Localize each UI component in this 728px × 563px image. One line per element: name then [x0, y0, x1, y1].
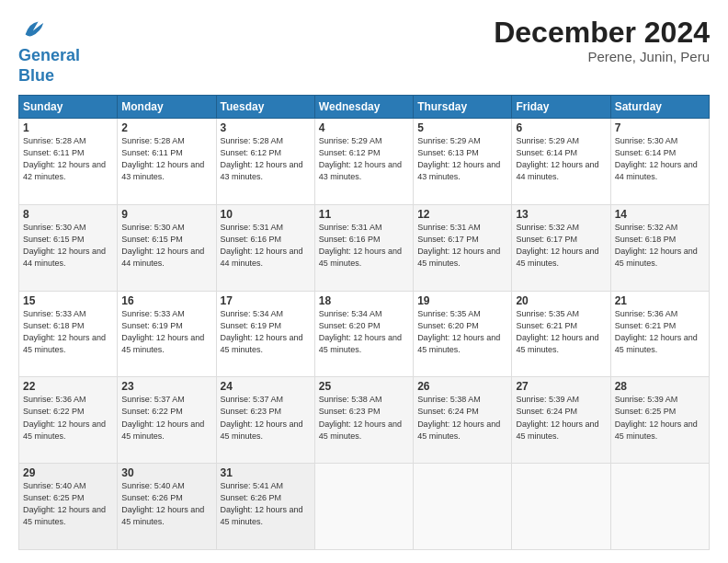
calendar-cell: 18 Sunrise: 5:34 AM Sunset: 6:20 PM Dayl…: [314, 291, 413, 377]
day-info: Sunrise: 5:30 AM Sunset: 6:15 PM Dayligh…: [23, 222, 113, 270]
calendar-cell: [610, 464, 709, 550]
day-info: Sunrise: 5:32 AM Sunset: 6:17 PM Dayligh…: [516, 222, 606, 270]
calendar-header-row: SundayMondayTuesdayWednesdayThursdayFrid…: [19, 96, 710, 119]
calendar-cell: 6 Sunrise: 5:29 AM Sunset: 6:14 PM Dayli…: [512, 119, 610, 205]
day-number: 1: [23, 121, 113, 134]
day-number: 13: [516, 208, 606, 221]
column-header-thursday: Thursday: [414, 96, 512, 119]
column-header-wednesday: Wednesday: [314, 96, 413, 119]
day-number: 23: [121, 380, 211, 393]
calendar-table: SundayMondayTuesdayWednesdayThursdayFrid…: [18, 95, 710, 550]
day-info: Sunrise: 5:28 AM Sunset: 6:11 PM Dayligh…: [23, 135, 113, 183]
day-info: Sunrise: 5:37 AM Sunset: 6:22 PM Dayligh…: [121, 394, 211, 442]
calendar-cell: 28 Sunrise: 5:39 AM Sunset: 6:25 PM Dayl…: [610, 377, 709, 464]
calendar-cell: 22 Sunrise: 5:36 AM Sunset: 6:22 PM Dayl…: [19, 377, 118, 464]
calendar-cell: 20 Sunrise: 5:35 AM Sunset: 6:21 PM Dayl…: [512, 291, 610, 377]
day-info: Sunrise: 5:39 AM Sunset: 6:25 PM Dayligh…: [615, 394, 705, 442]
day-info: Sunrise: 5:40 AM Sunset: 6:26 PM Dayligh…: [121, 480, 211, 528]
day-number: 11: [319, 208, 409, 221]
calendar-cell: 5 Sunrise: 5:29 AM Sunset: 6:13 PM Dayli…: [414, 119, 512, 205]
calendar-cell: [414, 464, 512, 550]
day-info: Sunrise: 5:31 AM Sunset: 6:17 PM Dayligh…: [417, 222, 507, 270]
day-number: 10: [221, 208, 311, 221]
day-number: 18: [319, 294, 409, 307]
calendar-cell: 3 Sunrise: 5:28 AM Sunset: 6:12 PM Dayli…: [216, 119, 314, 205]
day-info: Sunrise: 5:38 AM Sunset: 6:23 PM Dayligh…: [319, 394, 409, 442]
title-block: December 2024 Perene, Junin, Peru: [494, 17, 710, 64]
calendar-cell: 13 Sunrise: 5:32 AM Sunset: 6:17 PM Dayl…: [512, 204, 610, 291]
day-info: Sunrise: 5:41 AM Sunset: 6:26 PM Dayligh…: [221, 480, 311, 528]
calendar-week-row: 22 Sunrise: 5:36 AM Sunset: 6:22 PM Dayl…: [19, 377, 710, 464]
day-info: Sunrise: 5:29 AM Sunset: 6:13 PM Dayligh…: [417, 135, 507, 183]
calendar-cell: 4 Sunrise: 5:29 AM Sunset: 6:12 PM Dayli…: [314, 119, 413, 205]
day-number: 14: [615, 208, 705, 221]
calendar-cell: 11 Sunrise: 5:31 AM Sunset: 6:16 PM Dayl…: [314, 204, 413, 291]
calendar-cell: 16 Sunrise: 5:33 AM Sunset: 6:19 PM Dayl…: [118, 291, 216, 377]
day-info: Sunrise: 5:34 AM Sunset: 6:19 PM Dayligh…: [221, 308, 311, 356]
day-number: 6: [516, 121, 606, 134]
day-number: 4: [319, 121, 409, 134]
day-info: Sunrise: 5:28 AM Sunset: 6:11 PM Dayligh…: [121, 135, 211, 183]
logo-text: General Blue: [18, 46, 80, 86]
day-info: Sunrise: 5:29 AM Sunset: 6:12 PM Dayligh…: [319, 135, 409, 183]
calendar-cell: 24 Sunrise: 5:37 AM Sunset: 6:23 PM Dayl…: [216, 377, 314, 464]
day-info: Sunrise: 5:36 AM Sunset: 6:21 PM Dayligh…: [615, 308, 705, 356]
calendar-cell: 19 Sunrise: 5:35 AM Sunset: 6:20 PM Dayl…: [414, 291, 512, 377]
day-number: 15: [23, 294, 113, 307]
calendar-cell: 26 Sunrise: 5:38 AM Sunset: 6:24 PM Dayl…: [414, 377, 512, 464]
calendar-cell: 8 Sunrise: 5:30 AM Sunset: 6:15 PM Dayli…: [19, 204, 118, 291]
day-number: 8: [23, 208, 113, 221]
day-info: Sunrise: 5:31 AM Sunset: 6:16 PM Dayligh…: [319, 222, 409, 270]
day-info: Sunrise: 5:31 AM Sunset: 6:16 PM Dayligh…: [221, 222, 311, 270]
calendar-cell: 15 Sunrise: 5:33 AM Sunset: 6:18 PM Dayl…: [19, 291, 118, 377]
day-info: Sunrise: 5:32 AM Sunset: 6:18 PM Dayligh…: [615, 222, 705, 270]
day-info: Sunrise: 5:40 AM Sunset: 6:25 PM Dayligh…: [23, 480, 113, 528]
calendar-cell: 12 Sunrise: 5:31 AM Sunset: 6:17 PM Dayl…: [414, 204, 512, 291]
calendar-cell: 2 Sunrise: 5:28 AM Sunset: 6:11 PM Dayli…: [118, 119, 216, 205]
day-number: 7: [615, 121, 705, 134]
day-number: 2: [121, 121, 211, 134]
day-number: 16: [121, 294, 211, 307]
day-number: 20: [516, 294, 606, 307]
day-number: 26: [417, 380, 507, 393]
calendar-week-row: 1 Sunrise: 5:28 AM Sunset: 6:11 PM Dayli…: [19, 119, 710, 205]
page: General Blue December 2024 Perene, Junin…: [0, 0, 728, 563]
calendar-week-row: 29 Sunrise: 5:40 AM Sunset: 6:25 PM Dayl…: [19, 464, 710, 550]
calendar-cell: 9 Sunrise: 5:30 AM Sunset: 6:15 PM Dayli…: [118, 204, 216, 291]
day-number: 5: [417, 121, 507, 134]
calendar-cell: 17 Sunrise: 5:34 AM Sunset: 6:19 PM Dayl…: [216, 291, 314, 377]
day-number: 22: [23, 380, 113, 393]
calendar-cell: [314, 464, 413, 550]
day-number: 31: [221, 466, 311, 479]
column-header-friday: Friday: [512, 96, 610, 119]
day-info: Sunrise: 5:35 AM Sunset: 6:21 PM Dayligh…: [516, 308, 606, 356]
column-header-sunday: Sunday: [19, 96, 118, 119]
calendar-cell: 21 Sunrise: 5:36 AM Sunset: 6:21 PM Dayl…: [610, 291, 709, 377]
calendar-cell: 23 Sunrise: 5:37 AM Sunset: 6:22 PM Dayl…: [118, 377, 216, 464]
calendar-week-row: 15 Sunrise: 5:33 AM Sunset: 6:18 PM Dayl…: [19, 291, 710, 377]
column-header-monday: Monday: [118, 96, 216, 119]
day-number: 9: [121, 208, 211, 221]
day-number: 28: [615, 380, 705, 393]
day-info: Sunrise: 5:30 AM Sunset: 6:15 PM Dayligh…: [121, 222, 211, 270]
day-number: 30: [121, 466, 211, 479]
calendar-cell: 10 Sunrise: 5:31 AM Sunset: 6:16 PM Dayl…: [216, 204, 314, 291]
calendar-cell: 7 Sunrise: 5:30 AM Sunset: 6:14 PM Dayli…: [610, 119, 709, 205]
day-number: 29: [23, 466, 113, 479]
day-info: Sunrise: 5:37 AM Sunset: 6:23 PM Dayligh…: [221, 394, 311, 442]
day-number: 24: [221, 380, 311, 393]
day-info: Sunrise: 5:34 AM Sunset: 6:20 PM Dayligh…: [319, 308, 409, 356]
day-number: 25: [319, 380, 409, 393]
day-number: 17: [221, 294, 311, 307]
day-number: 27: [516, 380, 606, 393]
column-header-tuesday: Tuesday: [216, 96, 314, 119]
logo-bird-icon: [20, 17, 46, 42]
logo: General Blue: [18, 17, 80, 86]
calendar-cell: 27 Sunrise: 5:39 AM Sunset: 6:24 PM Dayl…: [512, 377, 610, 464]
day-number: 3: [221, 121, 311, 134]
column-header-saturday: Saturday: [610, 96, 709, 119]
day-info: Sunrise: 5:33 AM Sunset: 6:19 PM Dayligh…: [121, 308, 211, 356]
day-info: Sunrise: 5:28 AM Sunset: 6:12 PM Dayligh…: [221, 135, 311, 183]
day-info: Sunrise: 5:39 AM Sunset: 6:24 PM Dayligh…: [516, 394, 606, 442]
calendar-week-row: 8 Sunrise: 5:30 AM Sunset: 6:15 PM Dayli…: [19, 204, 710, 291]
